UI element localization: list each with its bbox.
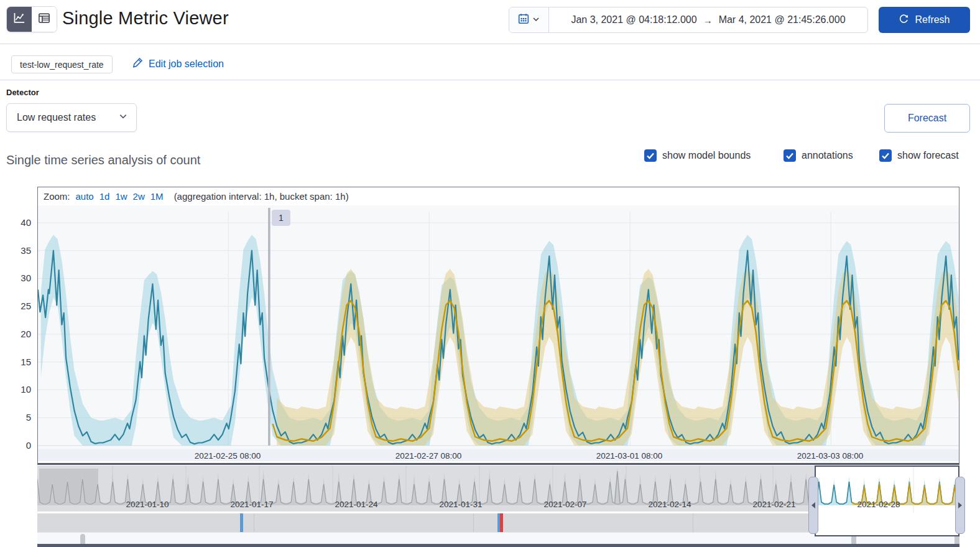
toggle-label: show forecast — [897, 150, 959, 161]
refresh-icon — [899, 14, 909, 27]
detector-select[interactable]: Low request rates — [6, 103, 137, 132]
y-tick: 0 — [6, 440, 31, 451]
zoom-controls: Zoom: auto 1d 1w 2w 1M (aggregation inte… — [44, 191, 349, 202]
toggle-label: show model bounds — [662, 150, 751, 161]
calendar-dropdown-button[interactable] — [509, 7, 549, 32]
y-tick: 40 — [6, 217, 31, 228]
anomaly-marker[interactable] — [500, 513, 503, 532]
y-tick: 20 — [6, 329, 31, 339]
annotation-marker[interactable] — [240, 513, 243, 532]
checkbox-checked-icon[interactable] — [879, 149, 892, 162]
zoom-link-1d[interactable]: 1d — [99, 191, 110, 202]
x-tick: 2021-02-27 08:00 — [395, 451, 462, 461]
x-tick: 2021-03-03 08:00 — [797, 451, 864, 461]
y-tick: 30 — [6, 273, 31, 283]
zoom-link-1w[interactable]: 1w — [115, 191, 127, 202]
refresh-button[interactable]: Refresh — [879, 7, 970, 33]
zoom-link-auto[interactable]: auto — [76, 191, 94, 202]
context-tick: 2021-02-07 — [543, 500, 586, 509]
toggle-label: annotations — [802, 150, 853, 161]
swimlane-divider — [473, 513, 474, 532]
chevron-down-icon — [119, 112, 127, 123]
chevron-left-icon — [811, 502, 815, 508]
time-range-display: Jan 3, 2021 @ 04:18:12.000 → Mar 4, 2021… — [549, 7, 867, 32]
zoom-link-2w[interactable]: 2w — [133, 191, 145, 202]
context-tick: 2021-01-17 — [230, 500, 273, 509]
y-tick: 5 — [6, 412, 31, 423]
annotation-marker-badge[interactable]: 1 — [272, 210, 290, 226]
context-tick: 2021-02-21 — [752, 500, 795, 509]
checkbox-checked-icon[interactable] — [784, 149, 796, 162]
analysis-heading: Single time series analysis of count — [6, 153, 200, 167]
swimlane-divider — [693, 513, 693, 532]
table-view-button[interactable] — [32, 7, 57, 32]
view-toggle-group[interactable] — [6, 6, 57, 32]
context-tick: 2021-02-14 — [648, 500, 691, 509]
chart-view-button[interactable] — [7, 7, 32, 32]
y-tick: 35 — [6, 245, 31, 256]
refresh-button-label: Refresh — [915, 14, 950, 26]
detector-selected-value: Low request rates — [17, 112, 96, 123]
toggle-show-forecast[interactable]: show forecast — [879, 149, 959, 162]
time-series-plot[interactable] — [38, 205, 959, 449]
y-tick: 10 — [6, 384, 31, 395]
checkbox-checked-icon[interactable] — [644, 149, 657, 162]
context-tick: 2021-01-10 — [126, 500, 169, 509]
page-title: Single Metric Viewer — [62, 8, 229, 29]
context-tick: 2021-01-24 — [335, 500, 377, 509]
table-icon — [38, 12, 50, 27]
edit-job-selection-label: Edit job selection — [149, 58, 224, 70]
annotation-line — [268, 208, 270, 446]
edit-job-selection-link[interactable]: Edit job selection — [132, 57, 224, 71]
zoom-label: Zoom: — [44, 191, 70, 202]
date-range-picker[interactable]: Jan 3, 2021 @ 04:18:12.000 → Mar 4, 2021… — [509, 7, 868, 33]
brush-right-handle[interactable] — [955, 477, 965, 534]
context-tick: 2021-02-28 — [857, 500, 900, 509]
brush-left-handle[interactable] — [808, 477, 818, 534]
time-range-arrow-icon: → — [703, 15, 713, 26]
calendar-icon — [518, 13, 529, 27]
y-tick: 15 — [6, 357, 31, 367]
line-chart-icon — [13, 12, 25, 27]
swimlane-divider — [254, 513, 254, 532]
time-range-start[interactable]: Jan 3, 2021 @ 04:18:12.000 — [571, 14, 696, 26]
toggle-show-model-bounds[interactable]: show model bounds — [644, 149, 751, 162]
pencil-icon — [132, 57, 144, 71]
time-range-end[interactable]: Mar 4, 2021 @ 21:45:26.000 — [719, 14, 846, 26]
context-tick: 2021-01-31 — [439, 500, 482, 509]
header-divider — [0, 44, 980, 44]
x-tick: 2021-03-01 08:00 — [596, 451, 663, 461]
detector-label: Detector — [6, 88, 39, 97]
x-tick: 2021-02-25 08:00 — [195, 451, 261, 461]
chevron-right-icon — [958, 502, 962, 508]
job-bar-divider — [0, 80, 980, 80]
aggregation-info: (aggregation interval: 1h, bucket span: … — [174, 191, 349, 202]
chevron-down-icon — [532, 14, 540, 26]
job-badge[interactable]: test-low_request_rate — [11, 55, 113, 73]
y-tick: 25 — [6, 301, 31, 311]
zoom-link-1M[interactable]: 1M — [150, 191, 164, 202]
forecast-button[interactable]: Forecast — [884, 104, 970, 133]
next-swimlane-edge — [37, 544, 959, 547]
toggle-annotations[interactable]: annotations — [784, 149, 853, 162]
